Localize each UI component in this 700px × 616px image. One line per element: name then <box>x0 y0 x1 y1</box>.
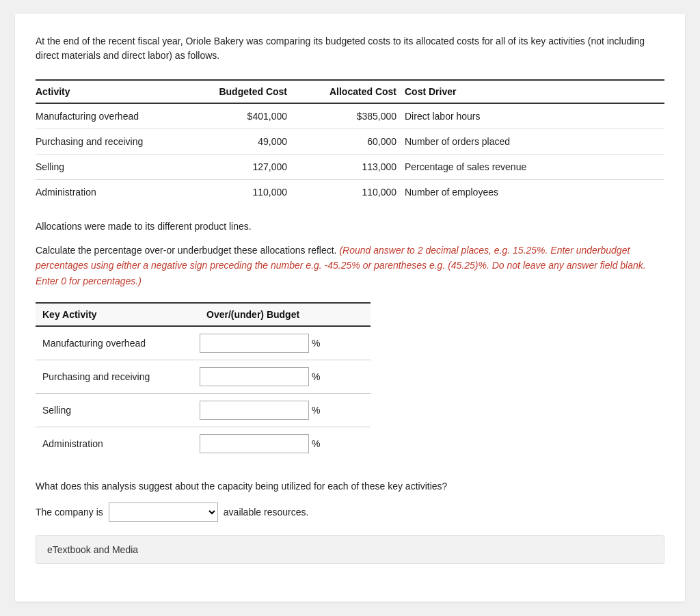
cell-key-activity: Manufacturing overhead <box>36 326 193 360</box>
budget-input-0[interactable] <box>200 334 309 353</box>
cell-budgeted: $401,000 <box>186 103 295 129</box>
input-wrapper: % <box>200 367 365 386</box>
etextbook-bar[interactable]: eTextbook and Media <box>36 535 664 564</box>
col-header-over-under: Over/(under) Budget <box>193 303 371 326</box>
calc-instruction: Calculate the percentage over-or underbu… <box>36 243 664 289</box>
percent-sign: % <box>312 371 320 382</box>
cell-key-activity: Selling <box>36 394 193 427</box>
cell-costdriver: Percentage of sales revenue <box>405 155 664 180</box>
company-is-row: The company is over-utilizingunder-utili… <box>36 503 664 522</box>
answer-table-row: Manufacturing overhead % <box>36 326 371 360</box>
answer-table-row: Administration % <box>36 427 371 461</box>
cell-allocated: 110,000 <box>295 180 405 205</box>
available-resources-label: available resources. <box>224 507 309 518</box>
cell-activity: Purchasing and receiving <box>36 129 186 155</box>
percent-sign: % <box>312 405 320 416</box>
company-is-label: The company is <box>36 507 103 518</box>
budget-input-1[interactable] <box>200 367 309 386</box>
col-header-costdriver: Cost Driver <box>405 80 664 103</box>
input-wrapper: % <box>200 401 365 420</box>
percent-sign: % <box>312 338 320 349</box>
budget-input-3[interactable] <box>200 434 309 453</box>
cell-input[interactable]: % <box>193 394 371 427</box>
alloc-note: Allocations were made to its different p… <box>36 221 664 232</box>
cell-costdriver: Number of employees <box>405 180 664 205</box>
cell-allocated: 60,000 <box>295 129 405 155</box>
col-header-activity: Activity <box>36 80 186 103</box>
cell-activity: Selling <box>36 155 186 180</box>
cell-input[interactable]: % <box>193 360 371 394</box>
cell-input[interactable]: % <box>193 326 371 360</box>
col-header-budgeted: Budgeted Cost <box>186 80 295 103</box>
intro-paragraph: At the end of the recent fiscal year, Or… <box>36 34 664 63</box>
cell-key-activity: Purchasing and receiving <box>36 360 193 394</box>
col-header-allocated: Allocated Cost <box>295 80 405 103</box>
answer-table-row: Selling % <box>36 394 371 427</box>
data-table: Activity Budgeted Cost Allocated Cost Co… <box>36 79 664 204</box>
cell-budgeted: 110,000 <box>186 180 295 205</box>
cell-activity: Manufacturing overhead <box>36 103 186 129</box>
cell-key-activity: Administration <box>36 427 193 461</box>
page-container: At the end of the recent fiscal year, Or… <box>15 14 685 602</box>
table-row: Selling 127,000 113,000 Percentage of sa… <box>36 155 664 180</box>
input-wrapper: % <box>200 434 365 453</box>
cell-budgeted: 127,000 <box>186 155 295 180</box>
cell-allocated: 113,000 <box>295 155 405 180</box>
table-row: Manufacturing overhead $401,000 $385,000… <box>36 103 664 129</box>
cell-budgeted: 49,000 <box>186 129 295 155</box>
col-header-key-activity: Key Activity <box>36 303 193 326</box>
calc-instruction-plain: Calculate the percentage over-or underbu… <box>36 245 337 256</box>
input-wrapper: % <box>200 334 365 353</box>
cell-allocated: $385,000 <box>295 103 405 129</box>
capacity-question: What does this analysis suggest about th… <box>36 481 664 492</box>
percent-sign: % <box>312 438 320 449</box>
cell-input[interactable]: % <box>193 427 371 461</box>
cell-costdriver: Direct labor hours <box>405 103 664 129</box>
answer-table-row: Purchasing and receiving % <box>36 360 371 394</box>
table-row: Purchasing and receiving 49,000 60,000 N… <box>36 129 664 155</box>
table-row: Administration 110,000 110,000 Number of… <box>36 180 664 205</box>
answer-table: Key Activity Over/(under) Budget Manufac… <box>36 302 371 460</box>
cell-activity: Administration <box>36 180 186 205</box>
budget-input-2[interactable] <box>200 401 309 420</box>
cell-costdriver: Number of orders placed <box>405 129 664 155</box>
company-dropdown[interactable]: over-utilizingunder-utilizingfully utili… <box>109 503 218 522</box>
